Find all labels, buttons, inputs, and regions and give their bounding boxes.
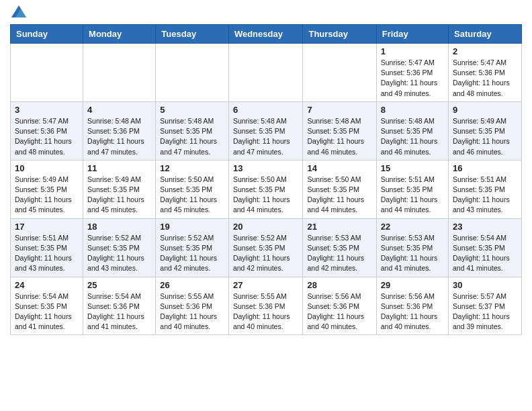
day-info: Sunrise: 5:50 AM Sunset: 5:35 PM Dayligh… <box>160 175 224 216</box>
day-info: Sunrise: 5:54 AM Sunset: 5:36 PM Dayligh… <box>87 291 151 332</box>
day-number: 28 <box>307 280 371 290</box>
calendar-cell: 14Sunrise: 5:50 AM Sunset: 5:35 PM Dayli… <box>303 160 376 218</box>
day-number: 30 <box>453 280 517 290</box>
day-info: Sunrise: 5:49 AM Sunset: 5:35 PM Dayligh… <box>87 175 151 216</box>
day-info: Sunrise: 5:52 AM Sunset: 5:35 PM Dayligh… <box>87 233 151 274</box>
calendar-cell: 8Sunrise: 5:48 AM Sunset: 5:35 PM Daylig… <box>376 101 448 160</box>
day-info: Sunrise: 5:50 AM Sunset: 5:35 PM Dayligh… <box>307 175 371 216</box>
calendar-cell: 17Sunrise: 5:51 AM Sunset: 5:35 PM Dayli… <box>11 218 83 277</box>
calendar-cell: 29Sunrise: 5:56 AM Sunset: 5:36 PM Dayli… <box>376 277 448 335</box>
day-number: 15 <box>381 163 444 173</box>
logo-icon <box>11 5 26 17</box>
day-info: Sunrise: 5:56 AM Sunset: 5:36 PM Dayligh… <box>307 291 371 332</box>
day-number: 21 <box>307 222 371 232</box>
calendar-cell: 13Sunrise: 5:50 AM Sunset: 5:35 PM Dayli… <box>228 160 303 218</box>
calendar-header-thursday: Thursday <box>303 25 376 44</box>
calendar-cell: 21Sunrise: 5:53 AM Sunset: 5:35 PM Dayli… <box>303 218 376 277</box>
day-info: Sunrise: 5:53 AM Sunset: 5:35 PM Dayligh… <box>307 233 371 274</box>
calendar-cell: 3Sunrise: 5:47 AM Sunset: 5:36 PM Daylig… <box>11 101 83 160</box>
calendar-cell: 26Sunrise: 5:55 AM Sunset: 5:36 PM Dayli… <box>156 277 229 335</box>
day-info: Sunrise: 5:51 AM Sunset: 5:35 PM Dayligh… <box>453 175 517 216</box>
calendar-header-friday: Friday <box>376 25 448 44</box>
calendar-cell: 4Sunrise: 5:48 AM Sunset: 5:36 PM Daylig… <box>83 101 156 160</box>
calendar-header-monday: Monday <box>83 25 156 44</box>
calendar-cell: 28Sunrise: 5:56 AM Sunset: 5:36 PM Dayli… <box>303 277 376 335</box>
calendar-week-5: 24Sunrise: 5:54 AM Sunset: 5:35 PM Dayli… <box>11 277 522 335</box>
day-number: 24 <box>15 280 79 290</box>
day-info: Sunrise: 5:51 AM Sunset: 5:35 PM Dayligh… <box>15 233 79 274</box>
day-number: 8 <box>381 105 444 115</box>
calendar-cell <box>303 44 376 102</box>
calendar-week-2: 3Sunrise: 5:47 AM Sunset: 5:36 PM Daylig… <box>11 101 522 160</box>
day-info: Sunrise: 5:51 AM Sunset: 5:35 PM Dayligh… <box>381 175 444 216</box>
day-info: Sunrise: 5:49 AM Sunset: 5:35 PM Dayligh… <box>15 175 79 216</box>
calendar-cell: 7Sunrise: 5:48 AM Sunset: 5:35 PM Daylig… <box>303 101 376 160</box>
day-number: 11 <box>87 163 151 173</box>
calendar-header-tuesday: Tuesday <box>156 25 229 44</box>
day-number: 22 <box>381 222 444 232</box>
day-info: Sunrise: 5:48 AM Sunset: 5:35 PM Dayligh… <box>160 116 224 157</box>
day-number: 5 <box>160 105 224 115</box>
day-info: Sunrise: 5:48 AM Sunset: 5:35 PM Dayligh… <box>381 116 444 157</box>
day-info: Sunrise: 5:54 AM Sunset: 5:35 PM Dayligh… <box>453 233 517 274</box>
calendar-cell: 20Sunrise: 5:52 AM Sunset: 5:35 PM Dayli… <box>228 218 303 277</box>
day-number: 1 <box>381 46 444 56</box>
calendar-week-4: 17Sunrise: 5:51 AM Sunset: 5:35 PM Dayli… <box>11 218 522 277</box>
calendar-cell: 2Sunrise: 5:47 AM Sunset: 5:36 PM Daylig… <box>449 44 522 102</box>
calendar-cell: 18Sunrise: 5:52 AM Sunset: 5:35 PM Dayli… <box>83 218 156 277</box>
day-number: 9 <box>453 105 517 115</box>
calendar-cell: 9Sunrise: 5:49 AM Sunset: 5:35 PM Daylig… <box>449 101 522 160</box>
day-number: 26 <box>160 280 224 290</box>
calendar-week-3: 10Sunrise: 5:49 AM Sunset: 5:35 PM Dayli… <box>11 160 522 218</box>
day-info: Sunrise: 5:47 AM Sunset: 5:36 PM Dayligh… <box>453 58 517 99</box>
day-number: 27 <box>233 280 299 290</box>
day-number: 16 <box>453 163 517 173</box>
day-info: Sunrise: 5:56 AM Sunset: 5:36 PM Dayligh… <box>381 291 444 332</box>
calendar-cell: 25Sunrise: 5:54 AM Sunset: 5:36 PM Dayli… <box>83 277 156 335</box>
day-info: Sunrise: 5:48 AM Sunset: 5:35 PM Dayligh… <box>307 116 371 157</box>
calendar-header-saturday: Saturday <box>449 25 522 44</box>
calendar-cell <box>156 44 229 102</box>
calendar-cell <box>83 44 156 102</box>
day-number: 29 <box>381 280 444 290</box>
day-info: Sunrise: 5:50 AM Sunset: 5:35 PM Dayligh… <box>233 175 299 216</box>
day-info: Sunrise: 5:47 AM Sunset: 5:36 PM Dayligh… <box>15 116 79 157</box>
calendar-cell: 5Sunrise: 5:48 AM Sunset: 5:35 PM Daylig… <box>156 101 229 160</box>
day-number: 20 <box>233 222 299 232</box>
day-number: 12 <box>160 163 224 173</box>
day-info: Sunrise: 5:48 AM Sunset: 5:36 PM Dayligh… <box>87 116 151 157</box>
calendar-cell: 10Sunrise: 5:49 AM Sunset: 5:35 PM Dayli… <box>11 160 83 218</box>
calendar-cell: 23Sunrise: 5:54 AM Sunset: 5:35 PM Dayli… <box>449 218 522 277</box>
day-number: 10 <box>15 163 79 173</box>
calendar-header-row: SundayMondayTuesdayWednesdayThursdayFrid… <box>11 25 522 44</box>
day-number: 4 <box>87 105 151 115</box>
day-info: Sunrise: 5:55 AM Sunset: 5:36 PM Dayligh… <box>233 291 299 332</box>
calendar-cell: 24Sunrise: 5:54 AM Sunset: 5:35 PM Dayli… <box>11 277 83 335</box>
header <box>10 7 522 19</box>
calendar-cell: 22Sunrise: 5:53 AM Sunset: 5:35 PM Dayli… <box>376 218 448 277</box>
day-info: Sunrise: 5:49 AM Sunset: 5:35 PM Dayligh… <box>453 116 517 157</box>
day-number: 17 <box>15 222 79 232</box>
calendar-cell: 30Sunrise: 5:57 AM Sunset: 5:37 PM Dayli… <box>449 277 522 335</box>
calendar-cell: 6Sunrise: 5:48 AM Sunset: 5:35 PM Daylig… <box>228 101 303 160</box>
calendar-header-sunday: Sunday <box>11 25 83 44</box>
day-info: Sunrise: 5:57 AM Sunset: 5:37 PM Dayligh… <box>453 291 517 332</box>
day-info: Sunrise: 5:55 AM Sunset: 5:36 PM Dayligh… <box>160 291 224 332</box>
calendar-cell: 1Sunrise: 5:47 AM Sunset: 5:36 PM Daylig… <box>376 44 448 102</box>
day-number: 23 <box>453 222 517 232</box>
day-number: 2 <box>453 46 517 56</box>
day-info: Sunrise: 5:47 AM Sunset: 5:36 PM Dayligh… <box>381 58 444 99</box>
day-info: Sunrise: 5:52 AM Sunset: 5:35 PM Dayligh… <box>160 233 224 274</box>
calendar-week-1: 1Sunrise: 5:47 AM Sunset: 5:36 PM Daylig… <box>11 44 522 102</box>
calendar-header-wednesday: Wednesday <box>228 25 303 44</box>
calendar-cell: 19Sunrise: 5:52 AM Sunset: 5:35 PM Dayli… <box>156 218 229 277</box>
calendar-table: SundayMondayTuesdayWednesdayThursdayFrid… <box>10 24 522 335</box>
calendar-cell: 16Sunrise: 5:51 AM Sunset: 5:35 PM Dayli… <box>449 160 522 218</box>
day-info: Sunrise: 5:48 AM Sunset: 5:35 PM Dayligh… <box>233 116 299 157</box>
logo <box>10 7 26 19</box>
day-info: Sunrise: 5:54 AM Sunset: 5:35 PM Dayligh… <box>15 291 79 332</box>
calendar-cell: 15Sunrise: 5:51 AM Sunset: 5:35 PM Dayli… <box>376 160 448 218</box>
day-number: 19 <box>160 222 224 232</box>
day-info: Sunrise: 5:52 AM Sunset: 5:35 PM Dayligh… <box>233 233 299 274</box>
page: SundayMondayTuesdayWednesdayThursdayFrid… <box>0 0 532 345</box>
